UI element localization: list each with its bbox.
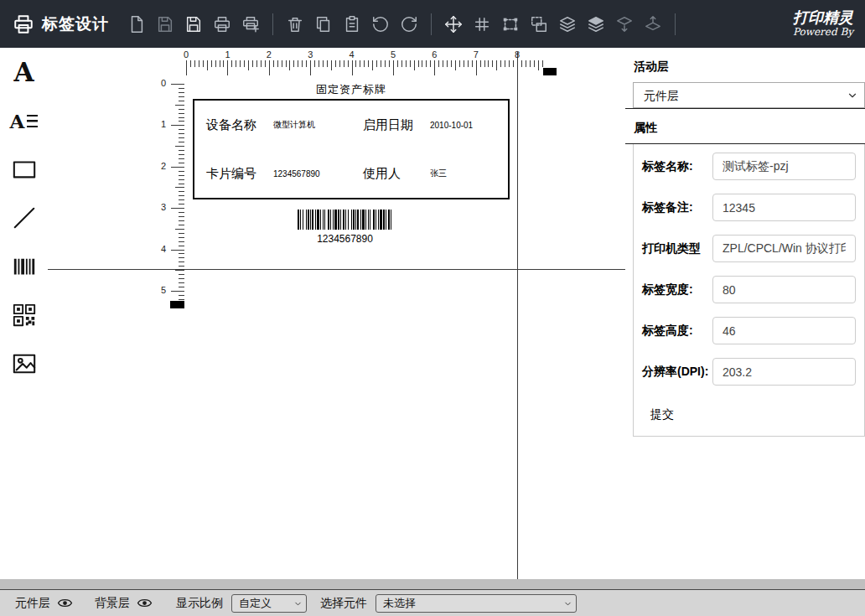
v-ruler-tick	[171, 167, 184, 168]
form-row: 打印机类型	[642, 235, 856, 262]
v-ruler-tick	[179, 96, 184, 97]
barcode-element[interactable]	[298, 210, 392, 230]
field-label: 标签高度:	[642, 324, 712, 339]
brand: 打印精灵 Powered By	[793, 9, 865, 38]
v-ruler-tick	[171, 250, 184, 251]
v-ruler-number: 2	[155, 161, 166, 171]
layer-lower-button[interactable]	[610, 9, 639, 39]
label-field[interactable]: 使用人 张三	[351, 149, 508, 198]
active-layer-select[interactable]: 元件层	[633, 82, 865, 108]
tool-line[interactable]	[0, 194, 48, 242]
element-select[interactable]: 未选择	[376, 594, 577, 613]
component-layer-visibility-toggle[interactable]	[57, 595, 73, 611]
tool-text[interactable]: A	[0, 48, 48, 96]
label-width-input[interactable]	[712, 276, 856, 303]
layers-stack-button[interactable]	[582, 9, 610, 39]
select-area-button[interactable]	[496, 9, 525, 39]
redo-button[interactable]	[395, 9, 423, 39]
label-field[interactable]: 设备名称 微型计算机	[194, 101, 351, 149]
h-ruler-tick	[401, 60, 402, 67]
tool-image[interactable]	[0, 339, 48, 388]
field-label: 启用日期	[363, 117, 430, 133]
h-ruler-number: 2	[267, 49, 272, 60]
form-row: 标签备注:	[642, 194, 856, 221]
v-ruler-tick	[179, 261, 184, 262]
h-ruler-tick	[348, 60, 349, 67]
tool-text-block[interactable]: A	[0, 96, 48, 145]
new-file-button[interactable]	[122, 9, 151, 39]
layer-raise-button[interactable]	[639, 9, 667, 39]
h-ruler-tick	[244, 60, 245, 67]
print-button[interactable]	[208, 9, 236, 39]
label-field-box[interactable]: 设备名称 微型计算机 启用日期 2010-10-01 卡片编号 12345678…	[193, 99, 510, 199]
h-ruler-tick	[306, 60, 307, 67]
print-setup-button[interactable]	[236, 9, 265, 39]
h-ruler-number: 4	[350, 49, 355, 60]
v-ruler-marker	[170, 301, 184, 308]
h-ruler-tick	[215, 60, 216, 67]
canvas-viewport[interactable]: 固定资产标牌 设备名称 微型计算机 启用日期 2010-10-01 卡片编号 1…	[48, 48, 625, 579]
tool-barcode[interactable]	[0, 242, 48, 291]
select-group-icon	[530, 15, 548, 34]
layers-stack-icon	[587, 15, 605, 34]
label-note-input[interactable]	[712, 194, 856, 221]
h-ruler-tick	[240, 60, 241, 67]
barcode-text[interactable]: 1234567890	[298, 233, 392, 245]
save-button[interactable]	[151, 9, 179, 39]
save-as-button[interactable]	[179, 9, 208, 39]
h-ruler-tick	[484, 60, 485, 67]
layer-lower-icon	[615, 15, 634, 34]
v-ruler-tick	[179, 121, 184, 122]
v-ruler-tick	[179, 199, 184, 200]
h-ruler-tick	[472, 60, 473, 67]
text-tool-icon: A	[13, 60, 34, 85]
h-ruler-tick	[248, 60, 249, 70]
submit-button[interactable]: 提交	[650, 407, 674, 422]
background-layer-visibility-toggle[interactable]	[137, 595, 153, 611]
dpi-input[interactable]	[712, 358, 856, 386]
zoom-select[interactable]: 自定义	[231, 594, 307, 613]
delete-button[interactable]	[281, 9, 309, 39]
copy-icon	[314, 15, 333, 34]
h-ruler-tick	[265, 60, 266, 67]
copy-button[interactable]	[309, 9, 338, 39]
v-ruler-number: 0	[155, 78, 166, 88]
v-ruler-tick	[179, 113, 184, 114]
eye-icon	[57, 595, 73, 611]
v-ruler-tick	[179, 287, 184, 287]
redo-icon	[400, 15, 418, 34]
field-value: 1234567890	[273, 169, 320, 179]
grid-button[interactable]	[468, 9, 496, 39]
label-field[interactable]: 卡片编号 1234567890	[194, 149, 351, 198]
label-name-input[interactable]	[712, 153, 856, 180]
h-ruler-tick	[207, 60, 208, 70]
v-ruler-tick	[179, 88, 184, 89]
h-ruler-tick	[521, 60, 522, 67]
tool-rectangle[interactable]	[0, 145, 48, 194]
printer-type-input[interactable]	[712, 235, 856, 262]
h-ruler-tick	[368, 60, 369, 67]
label-field[interactable]: 启用日期 2010-10-01	[351, 101, 508, 149]
move-button[interactable]	[439, 9, 468, 39]
layers-button[interactable]	[553, 9, 582, 39]
v-ruler-tick	[179, 150, 184, 151]
v-ruler-tick	[175, 270, 184, 271]
v-ruler-tick	[179, 117, 184, 118]
v-ruler-tick	[179, 129, 184, 130]
undo-button[interactable]	[366, 9, 395, 39]
v-ruler-tick	[179, 163, 184, 163]
paste-button[interactable]	[338, 9, 366, 39]
h-ruler-tick	[203, 60, 204, 67]
tool-qrcode[interactable]	[0, 291, 48, 339]
h-ruler-tick	[335, 60, 336, 67]
h-ruler-tick	[509, 60, 510, 67]
h-ruler-tick	[236, 60, 236, 67]
select-group-button[interactable]	[525, 9, 553, 39]
move-icon	[444, 15, 463, 34]
label-title-element[interactable]: 固定资产标牌	[193, 82, 510, 97]
field-label: 标签备注:	[642, 200, 712, 215]
h-ruler-tick	[459, 60, 460, 67]
label-height-input[interactable]	[712, 317, 856, 344]
field-label: 卡片编号	[206, 166, 273, 182]
h-ruler-tick	[277, 60, 278, 67]
